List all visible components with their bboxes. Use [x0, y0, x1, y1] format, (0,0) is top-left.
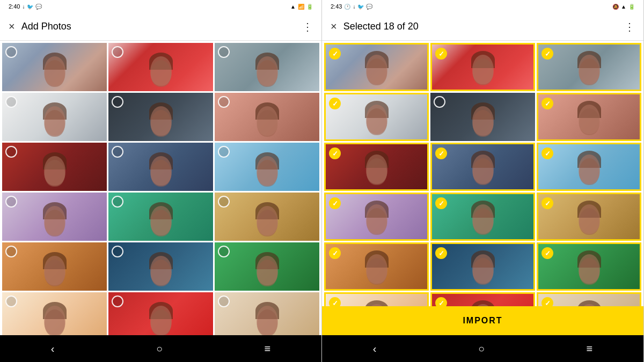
photo-cell-4[interactable]: [324, 93, 429, 141]
select-circle-5[interactable]: [434, 96, 445, 108]
left-status-icon1: ↓: [22, 4, 25, 10]
select-circle-6[interactable]: [541, 98, 553, 109]
photo-cell-13[interactable]: [2, 242, 107, 291]
photo-cell-18[interactable]: [215, 292, 319, 335]
photo-cell-2[interactable]: [430, 43, 535, 91]
select-circle-13[interactable]: [329, 247, 341, 259]
photo-cell-15[interactable]: [537, 242, 641, 291]
select-circle-14[interactable]: [112, 246, 123, 257]
photo-cell-3[interactable]: [537, 43, 641, 91]
photo-cell-13[interactable]: [324, 242, 429, 291]
select-circle-4[interactable]: [5, 96, 17, 108]
photo-cell-4[interactable]: [2, 93, 107, 141]
left-home-button[interactable]: ○: [156, 343, 163, 355]
left-header-left: × Add Photos: [9, 20, 71, 33]
right-status-icon1: ↓: [353, 4, 355, 10]
photo-cell-8[interactable]: [430, 143, 535, 191]
photo-cell-11[interactable]: [108, 193, 213, 241]
left-header-title: Add Photos: [21, 21, 71, 32]
select-circle-10[interactable]: [329, 197, 341, 209]
select-circle-17[interactable]: [435, 297, 447, 306]
left-more-button[interactable]: ⋮: [302, 20, 313, 33]
select-circle-15[interactable]: [541, 247, 553, 259]
photo-cell-10[interactable]: [2, 193, 107, 241]
photo-cell-15[interactable]: [215, 242, 319, 291]
import-bar[interactable]: IMPORT: [322, 306, 643, 335]
left-wifi-icon: ▲: [290, 4, 296, 10]
photo-cell-6[interactable]: [215, 93, 319, 141]
select-circle-10[interactable]: [5, 196, 17, 208]
right-time: 2:43 🕐 ↓ 🐦 💬: [331, 3, 372, 10]
photo-cell-1[interactable]: [324, 43, 429, 91]
select-circle-7[interactable]: [329, 147, 341, 159]
select-circle-1[interactable]: [5, 46, 17, 58]
right-status-icon2: 🐦: [357, 4, 364, 10]
select-circle-3[interactable]: [541, 48, 553, 60]
photo-cell-18[interactable]: [537, 292, 641, 306]
left-back-button[interactable]: ‹: [51, 343, 55, 355]
photo-cell-14[interactable]: [108, 242, 213, 291]
photo-cell-11[interactable]: [430, 193, 535, 241]
select-circle-18[interactable]: [541, 297, 553, 306]
photo-cell-12[interactable]: [537, 193, 641, 241]
right-status-bar: 2:43 🕐 ↓ 🐦 💬 🔕 ▲ 🔋: [322, 0, 643, 13]
import-button[interactable]: IMPORT: [463, 316, 502, 326]
select-circle-5[interactable]: [112, 96, 123, 108]
photo-cell-16[interactable]: [2, 292, 107, 335]
photo-cell-8[interactable]: [108, 143, 213, 191]
select-circle-2[interactable]: [435, 48, 447, 60]
right-close-button[interactable]: ×: [331, 20, 337, 33]
right-more-button[interactable]: ⋮: [624, 20, 635, 33]
select-circle-12[interactable]: [218, 196, 230, 208]
select-circle-11[interactable]: [435, 197, 447, 209]
photo-cell-1[interactable]: [2, 43, 107, 91]
photo-cell-3[interactable]: [215, 43, 319, 91]
select-circle-9[interactable]: [541, 147, 553, 159]
right-home-button[interactable]: ○: [478, 343, 485, 355]
select-circle-2[interactable]: [112, 46, 123, 58]
select-circle-12[interactable]: [541, 197, 553, 209]
select-circle-8[interactable]: [112, 146, 123, 158]
left-header: × Add Photos ⋮: [0, 13, 321, 41]
photo-cell-10[interactable]: [324, 193, 429, 241]
select-circle-1[interactable]: [329, 48, 341, 60]
select-circle-4[interactable]: [329, 98, 341, 109]
select-circle-8[interactable]: [435, 147, 447, 159]
left-panel: 2:40 ↓ 🐦 💬 ▲ 📶 🔋 × Add Photos ⋮ ‹ ○ ≡: [0, 0, 322, 362]
right-mute-icon: 🔕: [612, 4, 619, 10]
select-circle-15[interactable]: [218, 246, 230, 257]
right-photo-grid: [322, 41, 643, 306]
photo-cell-6[interactable]: [537, 93, 641, 141]
select-circle-18[interactable]: [218, 295, 230, 307]
left-status-icon3: 💬: [35, 4, 42, 10]
right-nav-bar: ‹ ○ ≡: [322, 335, 643, 362]
select-circle-9[interactable]: [218, 146, 230, 158]
left-status-right: ▲ 📶 🔋: [290, 4, 313, 10]
left-menu-button[interactable]: ≡: [265, 343, 271, 355]
left-close-button[interactable]: ×: [9, 20, 15, 33]
select-circle-16[interactable]: [329, 297, 341, 306]
select-circle-17[interactable]: [112, 295, 123, 307]
photo-cell-17[interactable]: [430, 292, 535, 306]
select-circle-16[interactable]: [5, 295, 17, 307]
photo-cell-17[interactable]: [108, 292, 213, 335]
right-menu-button[interactable]: ≡: [587, 343, 593, 355]
select-circle-6[interactable]: [218, 96, 230, 108]
select-circle-13[interactable]: [5, 246, 17, 257]
photo-cell-5[interactable]: [430, 93, 535, 141]
photo-cell-16[interactable]: [324, 292, 429, 306]
select-circle-14[interactable]: [435, 247, 447, 259]
photo-cell-7[interactable]: [324, 143, 429, 191]
photo-cell-5[interactable]: [108, 93, 213, 141]
select-circle-11[interactable]: [112, 196, 123, 208]
photo-cell-9[interactable]: [215, 143, 319, 191]
photo-cell-9[interactable]: [537, 143, 641, 191]
left-time: 2:40 ↓ 🐦 💬: [9, 3, 42, 10]
photo-cell-14[interactable]: [430, 242, 535, 291]
select-circle-7[interactable]: [5, 146, 17, 158]
photo-cell-2[interactable]: [108, 43, 213, 91]
select-circle-3[interactable]: [218, 46, 230, 58]
photo-cell-7[interactable]: [2, 143, 107, 191]
right-back-button[interactable]: ‹: [373, 343, 377, 355]
photo-cell-12[interactable]: [215, 193, 319, 241]
